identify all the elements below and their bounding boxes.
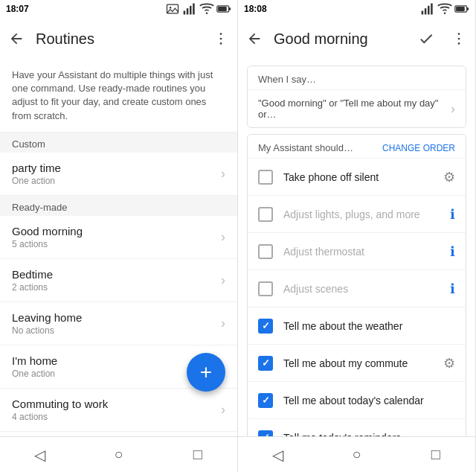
action-text-5: Tell me about my commute — [283, 357, 443, 369]
battery-icon-left — [216, 1, 231, 16]
svg-rect-16 — [431, 4, 433, 15]
right-title: Good morning — [274, 31, 407, 48]
svg-point-1 — [170, 7, 172, 8]
bedtime-sub: 2 actions — [12, 282, 221, 293]
svg-point-11 — [220, 38, 222, 40]
right-scroll-area[interactable]: When I say… "Good morning" or "Tell me a… — [238, 60, 475, 436]
svg-rect-8 — [229, 7, 231, 10]
action-checkbox-7[interactable] — [258, 430, 273, 437]
chevron-right-icon: › — [221, 402, 225, 418]
actions-header: My Assistant should… CHANGE ORDER — [248, 135, 466, 158]
trigger-text: "Good morning" or "Tell me about my day"… — [258, 98, 451, 120]
action-checkbox-2[interactable] — [258, 244, 273, 259]
action-text-2: Adjust thermostat — [283, 246, 450, 258]
right-status-bar: 18:08 — [238, 0, 475, 18]
signal-icon-left — [182, 1, 197, 16]
list-item[interactable]: Good morning 5 actions › — [0, 216, 237, 259]
svg-rect-14 — [425, 8, 427, 14]
action-checkbox-5[interactable] — [258, 356, 273, 371]
ready-made-section-header: Ready-made — [0, 196, 237, 216]
good-morning-title: Good morning — [12, 225, 221, 237]
svg-rect-2 — [184, 11, 186, 15]
left-back-button[interactable] — [3, 25, 30, 52]
left-status-icons — [165, 1, 231, 16]
svg-rect-15 — [428, 6, 430, 15]
svg-point-12 — [220, 42, 222, 45]
left-time: 18:07 — [6, 4, 29, 14]
leaving-home-text: Leaving home No actions — [12, 311, 221, 336]
action-adjust-scenes[interactable]: Adjust scenes ℹ — [248, 270, 466, 307]
info-icon-1[interactable]: ℹ — [450, 206, 455, 223]
left-description: Have your Assistant do multiple things w… — [0, 60, 237, 133]
right-back-button[interactable] — [241, 25, 268, 52]
action-checkbox-0[interactable] — [258, 170, 273, 185]
when-i-say-label: When I say… — [248, 66, 466, 89]
chevron-right-icon: › — [221, 166, 225, 182]
action-tell-commute[interactable]: Tell me about my commute ⚙ — [248, 344, 466, 381]
chevron-right-icon: › — [221, 272, 225, 288]
add-routine-fab[interactable]: + — [187, 353, 225, 392]
action-text-4: Tell me about the weather — [283, 320, 455, 332]
info-icon-2[interactable]: ℹ — [450, 243, 455, 260]
svg-rect-3 — [187, 8, 189, 14]
signal-icon-right — [420, 1, 435, 16]
gear-icon-0[interactable]: ⚙ — [443, 169, 455, 185]
nav-recents-button[interactable]: □ — [158, 437, 237, 472]
assistant-should-card: My Assistant should… CHANGE ORDER Take p… — [247, 134, 466, 436]
left-nav-bar: ◁ ○ □ — [0, 436, 237, 472]
image-icon — [165, 1, 180, 16]
svg-rect-5 — [193, 4, 195, 15]
party-time-text: party time One action — [12, 162, 221, 186]
custom-section-header: Custom — [0, 133, 237, 153]
svg-rect-19 — [467, 7, 469, 10]
action-checkbox-6[interactable] — [258, 393, 273, 408]
action-take-phone-off-silent[interactable]: Take phone off silent ⚙ — [248, 158, 466, 195]
list-item[interactable]: Bedtime 2 actions › — [0, 259, 237, 302]
list-item[interactable]: Commuting home 2 actions › — [0, 432, 237, 436]
nav-back-button[interactable]: ◁ — [0, 437, 79, 472]
left-more-button[interactable] — [208, 25, 234, 52]
wifi-icon-right — [437, 1, 452, 16]
svg-point-22 — [458, 38, 460, 40]
svg-point-6 — [206, 13, 208, 15]
leaving-home-title: Leaving home — [12, 311, 221, 324]
list-item[interactable]: party time One action › — [0, 153, 237, 196]
party-time-title: party time — [12, 162, 221, 174]
action-text-0: Take phone off silent — [283, 171, 443, 183]
action-adjust-thermostat[interactable]: Adjust thermostat ℹ — [248, 232, 466, 270]
right-more-button[interactable] — [446, 25, 472, 52]
list-item[interactable]: Commuting to work 4 actions › — [0, 389, 237, 432]
info-icon-3[interactable]: ℹ — [450, 281, 455, 297]
action-tell-reminders[interactable]: Tell me today's reminders — [248, 418, 466, 436]
party-time-sub: One action — [12, 176, 221, 186]
trigger-item[interactable]: "Good morning" or "Tell me about my day"… — [248, 89, 466, 127]
action-checkbox-1[interactable] — [258, 207, 273, 222]
action-tell-calendar[interactable]: Tell me about today's calendar — [248, 381, 466, 418]
commuting-work-sub: 4 actions — [12, 412, 221, 422]
action-checkbox-3[interactable] — [258, 281, 273, 296]
action-text-1: Adjust lights, plugs, and more — [283, 208, 450, 220]
gear-icon-5[interactable]: ⚙ — [443, 355, 455, 371]
change-order-button[interactable]: CHANGE ORDER — [382, 143, 455, 153]
nav-home-button[interactable]: ○ — [79, 437, 158, 472]
svg-point-10 — [220, 33, 222, 35]
right-nav-back-button[interactable]: ◁ — [238, 437, 317, 472]
good-morning-text: Good morning 5 actions — [12, 225, 221, 249]
action-adjust-lights[interactable]: Adjust lights, plugs, and more ℹ — [248, 195, 466, 232]
svg-point-21 — [458, 33, 460, 35]
svg-rect-13 — [422, 11, 424, 15]
list-item[interactable]: Leaving home No actions › — [0, 302, 237, 345]
left-title: Routines — [36, 31, 202, 48]
assistant-label: My Assistant should… — [258, 142, 382, 153]
trigger-chevron-icon: › — [451, 101, 455, 117]
chevron-right-icon: › — [221, 316, 225, 331]
svg-rect-9 — [218, 7, 227, 11]
right-check-button[interactable] — [413, 25, 440, 52]
action-checkbox-4[interactable] — [258, 319, 273, 334]
right-nav-home-button[interactable]: ○ — [317, 437, 396, 472]
action-tell-weather[interactable]: Tell me about the weather — [248, 307, 466, 344]
left-status-bar: 18:07 — [0, 0, 237, 18]
right-nav-recents-button[interactable]: □ — [396, 437, 475, 472]
chevron-right-icon: › — [221, 229, 225, 245]
right-nav-bar: ◁ ○ □ — [238, 436, 475, 472]
